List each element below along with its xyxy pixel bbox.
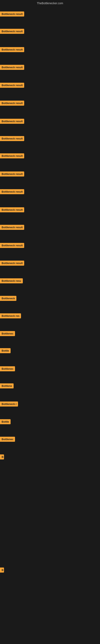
bottleneck-label-3: Bottleneck result — [0, 47, 24, 52]
site-title: TheBottlenecker.com — [37, 2, 63, 5]
bottleneck-label-20: Bottle — [0, 348, 11, 353]
bottleneck-label-7: Bottleneck result — [0, 119, 24, 124]
bottleneck-label-23: Bottleneck r — [0, 402, 18, 406]
bottleneck-label-18: Bottleneck res — [0, 313, 21, 318]
bottleneck-label-19: Bottlenec — [0, 331, 15, 336]
bottleneck-label-8: Bottleneck result — [0, 136, 24, 141]
bottleneck-label-25: Bottlenec — [0, 437, 15, 442]
bottleneck-label-5: Bottleneck result — [0, 83, 24, 88]
bottleneck-label-22: Bottlene — [0, 384, 14, 388]
bottleneck-label-12: Bottleneck result — [0, 207, 24, 212]
bottleneck-label-2: Bottleneck result — [0, 29, 24, 34]
bottleneck-label-1: Bottleneck result — [0, 12, 24, 16]
bottleneck-label-14: Bottleneck result — [0, 243, 24, 248]
bottleneck-label-6: Bottleneck result — [0, 100, 24, 106]
bottleneck-label-11: Bottleneck result — [0, 189, 24, 194]
bottleneck-label-21: Bottlenec — [0, 366, 15, 371]
bottleneck-label-15: Bottleneck result — [0, 260, 24, 266]
bottleneck-label-9: Bottleneck result — [0, 153, 24, 158]
bottleneck-label-10: Bottleneck result — [0, 172, 24, 176]
bottleneck-label-26: B — [0, 454, 4, 460]
bottleneck-label-29: B — [0, 568, 4, 572]
bottleneck-label-13: Bottleneck result — [0, 225, 24, 230]
bottleneck-label-16: Bottleneck resu — [0, 278, 23, 283]
bottleneck-label-4: Bottleneck result — [0, 65, 24, 70]
bottleneck-label-24: Bottle — [0, 419, 11, 424]
bottleneck-label-17: Bottleneck — [0, 296, 16, 301]
